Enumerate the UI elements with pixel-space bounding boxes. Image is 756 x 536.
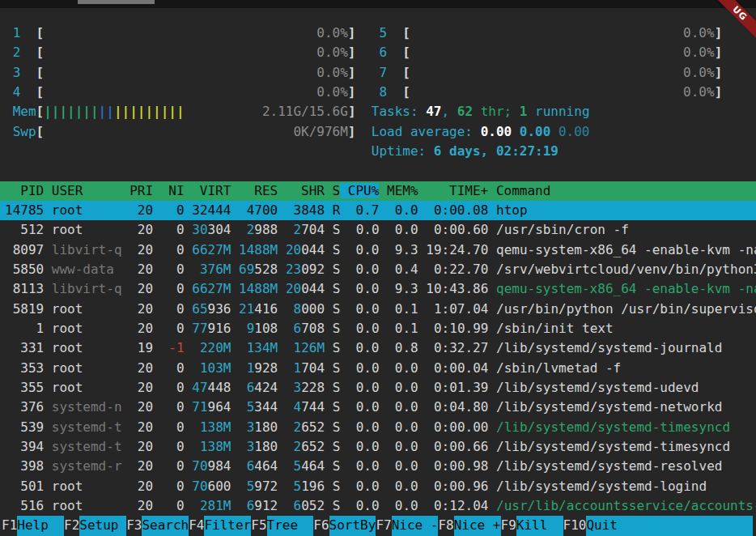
- process-row-selected[interactable]: 14785 root 20 0 32444 4700 3848 R 0.7 0.…: [0, 201, 756, 220]
- process-row-398[interactable]: 398 systemd-r 20 0 70984 6464 5464 S 0.0…: [0, 457, 756, 476]
- process-row-5850[interactable]: 5850 www-data 20 0 376M 69528 23092 S 0.…: [0, 260, 756, 279]
- process-row-394[interactable]: 394 systemd-t 20 0 138M 3180 2652 S 0.0 …: [0, 437, 756, 457]
- process-row-516[interactable]: 516 root 20 0 281M 6912 6052 S 0.0 0.0 0…: [0, 496, 756, 516]
- process-row-539[interactable]: 539 systemd-t 20 0 138M 3180 2652 S 0.0 …: [0, 418, 756, 437]
- uptime: Uptime: 6 days, 02:27:19: [372, 143, 559, 159]
- fkey-f10-quit[interactable]: F10Quit: [563, 516, 634, 535]
- window-tab-indicator[interactable]: [78, 0, 155, 4]
- function-key-bar: F1Help F2Setup F3SearchF4FilterF5Tree F6…: [0, 516, 756, 535]
- process-row-353[interactable]: 353 root 20 0 103M 1928 1704 S 0.0 0.0 0…: [0, 359, 756, 378]
- fkey-f9-kill[interactable]: F9Kill: [501, 516, 563, 535]
- process-row-8113[interactable]: 8113 libvirt-q 20 0 6627M 1488M 20044 S …: [0, 279, 756, 299]
- cpu-meter-5: 5 [ 0.0%]: [372, 25, 723, 40]
- cpu-meter-1: 1 [ 0.0%]: [5, 25, 356, 40]
- memory-meter: Mem[|||||||||||||||||| 2.11G/15.6G]: [5, 104, 356, 119]
- fkey-f2-setup[interactable]: F2Setup: [64, 516, 126, 535]
- sort-column-header: CPU%: [340, 183, 379, 198]
- cpu-meter-8: 8 [ 0.0%]: [372, 84, 723, 100]
- load-average: Load average: 0.00 0.00 0.00: [372, 124, 590, 139]
- process-row-501[interactable]: 501 root 20 0 70600 5972 5196 S 0.0 0.0 …: [0, 477, 756, 496]
- process-row-5819[interactable]: 5819 root 20 0 65936 21416 8000 S 0.0 0.…: [0, 300, 756, 319]
- fkey-f5-tree[interactable]: F5Tree: [251, 516, 313, 535]
- fkey-bar-fill: [633, 516, 753, 535]
- cpu-meter-4: 4 [ 0.0%]: [5, 84, 356, 100]
- fkey-f6-sortby[interactable]: F6SortBy: [313, 516, 376, 535]
- cpu-meter-7: 7 [ 0.0%]: [372, 65, 723, 80]
- swap-load-line: Swp[ 0K/976M] Load average: 0.00 0.00 0.…: [0, 122, 756, 142]
- fkey-f7-nice[interactable]: F7Nice -: [376, 516, 438, 535]
- swap-meter: Swp[ 0K/976M]: [5, 124, 356, 139]
- debug-ribbon: UG: [703, 0, 756, 53]
- process-row-1[interactable]: 1 root 20 0 77916 9108 6708 S 0.0 0.1 0:…: [0, 319, 756, 338]
- process-row-355[interactable]: 355 root 20 0 47448 6424 3228 S 0.0 0.0 …: [0, 378, 756, 398]
- fkey-f3-search[interactable]: F3Search: [126, 516, 189, 535]
- uptime-line: Uptime: 6 days, 02:27:19: [0, 142, 756, 161]
- cpu-meter-line-3: 3 [ 0.0%] 7 [ 0.0%]: [0, 63, 756, 83]
- cpu-meter-2: 2 [ 0.0%]: [5, 45, 356, 60]
- fkey-f4-filter[interactable]: F4Filter: [189, 516, 251, 535]
- table-header-row[interactable]: PID USER PRI NI VIRT RES SHR S CPU% MEM%…: [0, 181, 756, 201]
- cpu-meter-6: 6 [ 0.0%]: [372, 45, 723, 60]
- mem-tasks-line: Mem[|||||||||||||||||| 2.11G/15.6G] Task…: [0, 102, 756, 121]
- cpu-meter-line-4: 4 [ 0.0%] 8 [ 0.0%]: [0, 83, 756, 102]
- cpu-meter-line-1: 1 [ 0.0%] 5 [ 0.0%]: [0, 23, 756, 43]
- process-row-8097[interactable]: 8097 libvirt-q 20 0 6627M 1488M 20044 S …: [0, 240, 756, 260]
- fkey-f1-help[interactable]: F1Help: [2, 516, 64, 535]
- cpu-meter-line-2: 2 [ 0.0%] 6 [ 0.0%]: [0, 43, 756, 62]
- window-top-bar: [0, 0, 756, 8]
- blank-line: [0, 161, 756, 181]
- debug-ribbon-label: UG: [709, 0, 756, 44]
- process-row-512[interactable]: 512 root 20 0 30304 2988 2704 S 0.0 0.0 …: [0, 220, 756, 240]
- cpu-meter-3: 3 [ 0.0%]: [5, 65, 356, 80]
- process-row-331[interactable]: 331 root 19 -1 220M 134M 126M S 0.0 0.8 …: [0, 338, 756, 358]
- htop-screen: 1 [ 0.0%] 5 [ 0.0%] 2 [ 0.0%] 6 [ 0.0%] …: [0, 0, 756, 536]
- terminal: 1 [ 0.0%] 5 [ 0.0%] 2 [ 0.0%] 6 [ 0.0%] …: [0, 8, 756, 536]
- tasks-summary: Tasks: 47, 62 thr; 1 running: [372, 104, 590, 119]
- process-row-376[interactable]: 376 systemd-n 20 0 71964 5344 4744 S 0.0…: [0, 398, 756, 417]
- fkey-f8-nice[interactable]: F8Nice +: [438, 516, 500, 535]
